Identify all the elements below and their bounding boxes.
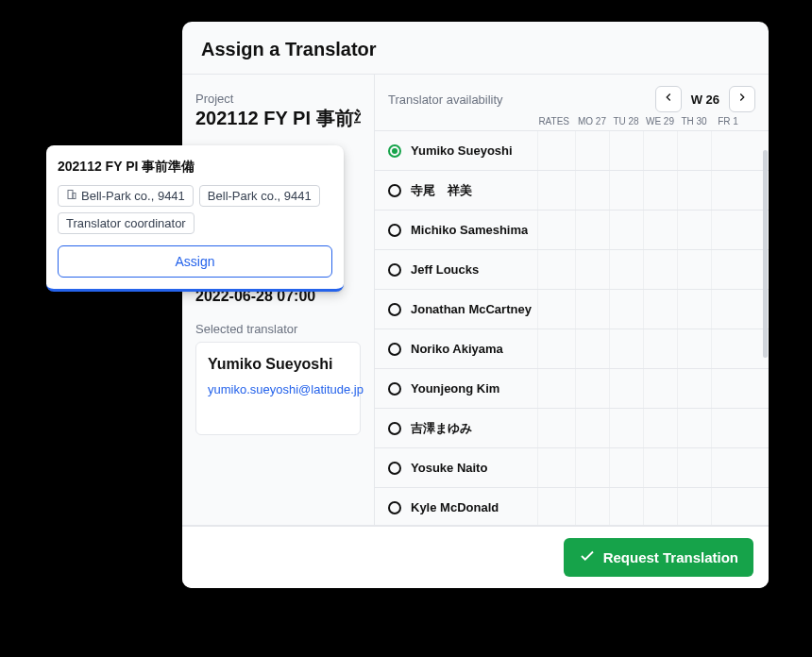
day-cell <box>575 131 609 170</box>
selected-translator-label: Selected translator <box>195 322 361 336</box>
popover-tag[interactable]: Translator coordinator <box>58 212 195 234</box>
translator-main[interactable]: Jeff Loucks <box>375 250 537 289</box>
popover-tag[interactable]: Bell-Park co., 9441 <box>199 185 320 207</box>
project-block: Project 202112 FY PI 事前準 <box>195 92 361 131</box>
day-cell <box>575 329 609 368</box>
day-cell <box>711 409 745 447</box>
next-week-button[interactable] <box>729 86 755 112</box>
day-cell <box>575 171 609 210</box>
translator-name: Michiko Sameshima <box>411 223 528 237</box>
day-column-header: TU 28 <box>609 116 643 126</box>
translator-row[interactable]: Kyle McDonald <box>375 488 769 525</box>
day-cell <box>677 369 711 408</box>
translator-name: Jeff Loucks <box>411 262 479 277</box>
translator-row[interactable]: Michiko Sameshima <box>375 211 769 250</box>
day-cell <box>609 250 643 289</box>
day-cell <box>609 409 643 447</box>
translator-row[interactable]: Yumiko Sueyoshi <box>375 131 769 171</box>
week-navigation: W 26 <box>655 86 755 112</box>
translator-name: Jonathan McCartney <box>411 302 532 316</box>
day-cell <box>711 131 745 170</box>
translator-row[interactable]: Jonathan McCartney <box>375 290 769 329</box>
day-cell <box>575 409 609 447</box>
day-cell <box>711 448 745 487</box>
translator-main[interactable]: 吉澤まゆみ <box>375 409 537 447</box>
translator-name: 吉澤まゆみ <box>411 420 472 437</box>
modal-footer: Request Translation <box>182 526 769 588</box>
project-panel: Project 202112 FY PI 事前準 2022-06-28 07:0… <box>182 75 374 525</box>
translator-row[interactable]: Yosuke Naito <box>375 448 769 488</box>
translator-radio[interactable] <box>388 382 401 396</box>
day-cell <box>711 250 745 289</box>
modal-title: Assign a Translator <box>182 22 769 74</box>
day-cell <box>711 488 745 525</box>
availability-header: Translator availability W 26 <box>375 75 769 116</box>
prev-week-button[interactable] <box>655 86 682 112</box>
translator-row[interactable]: 吉澤まゆみ <box>375 409 769 448</box>
availability-panel: Translator availability W 26 <box>374 75 769 525</box>
assign-translator-modal: Assign a Translator Project 202112 FY PI… <box>182 22 769 588</box>
tag-label: Bell-Park co., 9441 <box>208 189 312 203</box>
project-name: 202112 FY PI 事前準 <box>195 106 361 131</box>
selected-translator-email[interactable]: yumiko.sueyoshi@latitude.jp <box>208 382 348 396</box>
day-cell <box>643 290 677 328</box>
translator-main[interactable]: Kyle McDonald <box>375 488 537 525</box>
selected-translator-name: Yumiko Sueyoshi <box>208 356 348 373</box>
day-cell <box>711 369 745 408</box>
translator-radio[interactable] <box>388 343 401 356</box>
translator-radio[interactable] <box>388 144 401 158</box>
day-cell <box>609 488 643 525</box>
translator-radio[interactable] <box>388 501 401 514</box>
translator-main[interactable]: Yosuke Naito <box>375 448 537 487</box>
day-cell <box>643 488 677 525</box>
day-column-header: WE 29 <box>643 116 677 126</box>
translator-radio[interactable] <box>388 263 401 277</box>
day-cell <box>643 409 677 447</box>
day-column-header: MO 27 <box>575 116 609 126</box>
day-cell <box>643 211 677 249</box>
day-cell <box>643 448 677 487</box>
day-cell <box>609 290 643 328</box>
popover-tag[interactable]: Bell-Park co., 9441 <box>58 185 194 207</box>
day-cell <box>643 369 677 408</box>
day-cell <box>677 171 711 210</box>
translator-main[interactable]: Yumiko Sueyoshi <box>375 131 537 170</box>
translator-main[interactable]: Younjeong Kim <box>375 369 537 408</box>
columns-header: RATES MO 27 TU 28 WE 29 TH 30 FR 1 <box>375 116 769 130</box>
request-translation-button[interactable]: Request Translation <box>564 538 753 577</box>
svg-rect-1 <box>73 194 76 199</box>
day-cell <box>643 329 677 368</box>
tag-label: Translator coordinator <box>66 216 186 230</box>
translator-main[interactable]: Noriko Akiyama <box>375 329 537 368</box>
day-cell <box>575 250 609 289</box>
scrollbar-thumb[interactable] <box>763 150 768 358</box>
translator-name: Yumiko Sueyoshi <box>411 143 513 158</box>
translator-main[interactable]: 寺尾 祥美 <box>375 171 537 210</box>
translator-name: Noriko Akiyama <box>411 342 503 356</box>
translator-radio[interactable] <box>388 462 401 475</box>
rates-cell <box>537 448 575 487</box>
translator-row[interactable]: Jeff Loucks <box>375 250 769 290</box>
scrollbar-track[interactable] <box>763 150 768 517</box>
project-label: Project <box>195 92 361 106</box>
popover-tags: Bell-Park co., 9441Bell-Park co., 9441Tr… <box>58 185 332 234</box>
translator-row[interactable]: Noriko Akiyama <box>375 329 769 369</box>
translator-radio[interactable] <box>388 224 401 237</box>
translator-main[interactable]: Jonathan McCartney <box>375 290 537 328</box>
day-cell <box>643 131 677 170</box>
translator-radio[interactable] <box>388 422 401 435</box>
name-column-header <box>379 116 537 126</box>
translator-radio[interactable] <box>388 184 401 197</box>
translator-name: Kyle McDonald <box>411 500 499 514</box>
day-cell <box>677 290 711 328</box>
day-cell <box>575 448 609 487</box>
translator-list[interactable]: Yumiko Sueyoshi寺尾 祥美Michiko SameshimaJef… <box>375 130 769 525</box>
translator-radio[interactable] <box>388 303 401 316</box>
translator-row[interactable]: Younjeong Kim <box>375 369 769 409</box>
translator-main[interactable]: Michiko Sameshima <box>375 211 537 249</box>
arrow-right-icon <box>736 91 749 108</box>
translator-row[interactable]: 寺尾 祥美 <box>375 171 769 211</box>
day-cell <box>575 211 609 249</box>
day-cell <box>643 250 677 289</box>
assign-button[interactable]: Assign <box>58 245 332 278</box>
